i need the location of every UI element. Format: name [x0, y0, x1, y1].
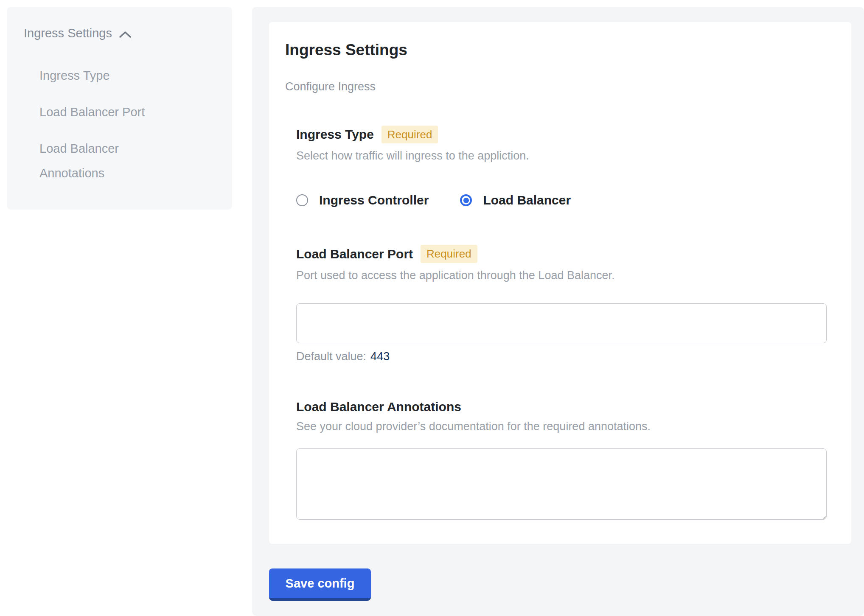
- load-balancer-port-input[interactable]: [296, 303, 827, 343]
- default-value-line: Default value: 443: [296, 350, 827, 363]
- sidebar-item-load-balancer-annotations[interactable]: Load Balancer Annotations: [39, 136, 180, 185]
- ingress-type-radio-group: Ingress Controller Load Balancer: [296, 193, 827, 207]
- ingress-type-label: Ingress Type: [296, 127, 374, 142]
- config-nav-sidebar: Ingress Settings Ingress Type Load Balan…: [7, 7, 232, 210]
- config-card: Ingress Settings Configure Ingress Ingre…: [269, 22, 851, 544]
- page-subtitle: Configure Ingress: [285, 80, 827, 93]
- section-load-balancer-annotations: Load Balancer Annotations See your cloud…: [296, 400, 827, 520]
- sidebar-group-ingress-settings[interactable]: Ingress Settings: [24, 26, 215, 40]
- required-badge: Required: [382, 126, 438, 144]
- load-balancer-annotations-label: Load Balancer Annotations: [296, 400, 461, 414]
- section-ingress-type: Ingress Type Required Select how traffic…: [296, 126, 827, 208]
- section-heading: Load Balancer Port Required: [296, 245, 827, 263]
- radio-label-load-balancer: Load Balancer: [483, 193, 571, 207]
- default-value-label: Default value:: [296, 350, 366, 363]
- sidebar-item-list: Ingress Type Load Balancer Port Load Bal…: [24, 63, 215, 185]
- required-badge: Required: [421, 245, 477, 263]
- radio-circle-icon[interactable]: [296, 194, 308, 206]
- sidebar-item-ingress-type[interactable]: Ingress Type: [39, 63, 180, 88]
- radio-circle-icon[interactable]: [460, 194, 472, 206]
- save-config-button[interactable]: Save config: [269, 568, 371, 601]
- sidebar-group-label: Ingress Settings: [24, 26, 112, 40]
- load-balancer-annotations-textarea[interactable]: [296, 448, 827, 520]
- ingress-type-help-text: Select how traffic will ingress to the a…: [296, 149, 827, 162]
- section-load-balancer-port: Load Balancer Port Required Port used to…: [296, 245, 827, 363]
- page-title: Ingress Settings: [285, 42, 827, 59]
- load-balancer-port-help-text: Port used to access the application thro…: [296, 269, 827, 282]
- radio-option-load-balancer[interactable]: Load Balancer: [460, 193, 571, 207]
- default-value-number: 443: [370, 350, 390, 363]
- config-main-panel: Ingress Settings Configure Ingress Ingre…: [252, 7, 864, 616]
- sidebar-item-load-balancer-port[interactable]: Load Balancer Port: [39, 100, 180, 124]
- radio-option-ingress-controller[interactable]: Ingress Controller: [296, 193, 429, 207]
- section-heading: Ingress Type Required: [296, 126, 827, 144]
- load-balancer-port-label: Load Balancer Port: [296, 247, 413, 261]
- radio-label-ingress-controller: Ingress Controller: [319, 193, 429, 207]
- load-balancer-annotations-help-text: See your cloud provider’s documentation …: [296, 420, 827, 433]
- chevron-up-icon: [119, 31, 132, 38]
- section-heading: Load Balancer Annotations: [296, 400, 827, 414]
